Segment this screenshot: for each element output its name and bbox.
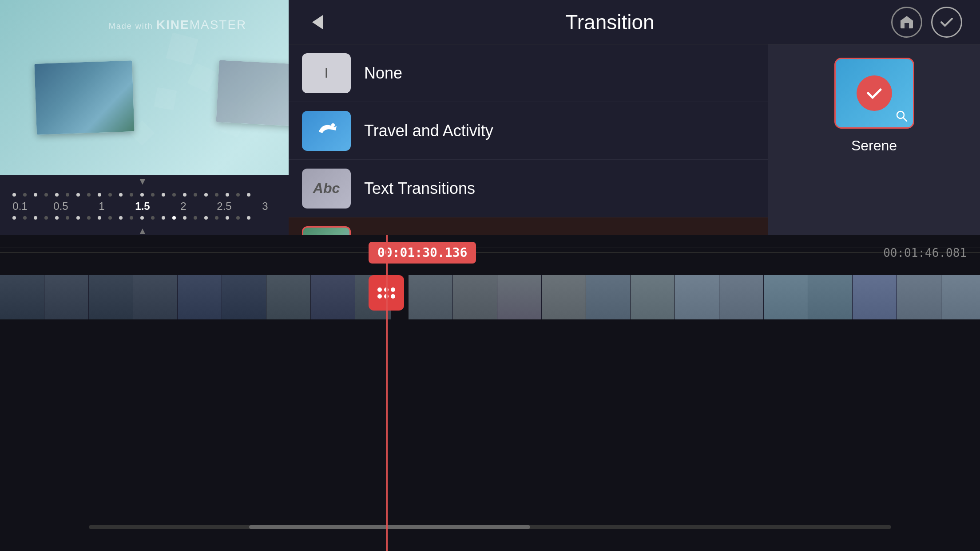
ruler-up-arrow: ▲ xyxy=(138,226,147,236)
svg-marker-1 xyxy=(900,16,914,21)
panel-header: Transition xyxy=(289,0,980,44)
ruler-num-15: 1.5 xyxy=(127,200,158,213)
svg-line-9 xyxy=(903,118,907,121)
transition-label-none: None xyxy=(364,64,402,83)
serene-thumbnail[interactable] xyxy=(834,58,914,129)
back-chevron-icon xyxy=(312,15,323,29)
serene-check-icon xyxy=(857,75,892,111)
panel-title: Transition xyxy=(565,10,654,34)
preview-tile-right xyxy=(216,60,299,126)
ruler-num-1: 1 xyxy=(86,200,117,213)
ruler-num-05: 0.5 xyxy=(45,200,76,213)
transition-label-text: Text Transitions xyxy=(364,179,475,198)
svg-point-3 xyxy=(331,123,335,127)
header-icons xyxy=(891,7,962,38)
timeline-area: 00:01:30.136 00:01:46.081 var s = ""; fo… xyxy=(0,235,980,551)
video-track: 1.00x xyxy=(0,271,980,324)
timeline-scrollbar[interactable] xyxy=(89,525,891,529)
check-button[interactable] xyxy=(931,7,962,38)
transition-item-none[interactable]: I None xyxy=(289,44,768,102)
ruler-num-3: 3 xyxy=(250,200,281,213)
ruler-num-25: 2.5 xyxy=(209,200,240,213)
ruler-num-01: 0.1 xyxy=(4,200,36,213)
playhead-line xyxy=(386,235,388,551)
transition-thumb-travel xyxy=(302,111,351,151)
serene-label: Serene xyxy=(851,138,897,154)
transition-thumb-text: Abc xyxy=(302,169,351,209)
ruler-num-2: 2 xyxy=(168,200,199,213)
ruler-down-arrow: ▼ xyxy=(138,177,147,186)
transition-item-text[interactable]: Abc Text Transitions xyxy=(289,160,768,217)
store-button[interactable] xyxy=(891,7,922,38)
secondary-track xyxy=(0,324,980,377)
preview-tile-left xyxy=(34,60,134,135)
svg-rect-2 xyxy=(905,23,909,28)
timeline-ruler: ▼ 0.1 0.5 1 1.5 2 2.5 3 xyxy=(0,175,289,237)
transition-label-travel: Travel and Activity xyxy=(364,122,493,140)
transition-item-travel[interactable]: Travel and Activity xyxy=(289,102,768,160)
scrollbar-thumb[interactable] xyxy=(249,525,530,529)
watermark: Made with KINEMASTER xyxy=(109,18,247,32)
back-button[interactable] xyxy=(306,11,329,33)
current-timecode: 00:01:30.136 xyxy=(369,242,476,264)
transition-thumb-none: I xyxy=(302,53,351,93)
